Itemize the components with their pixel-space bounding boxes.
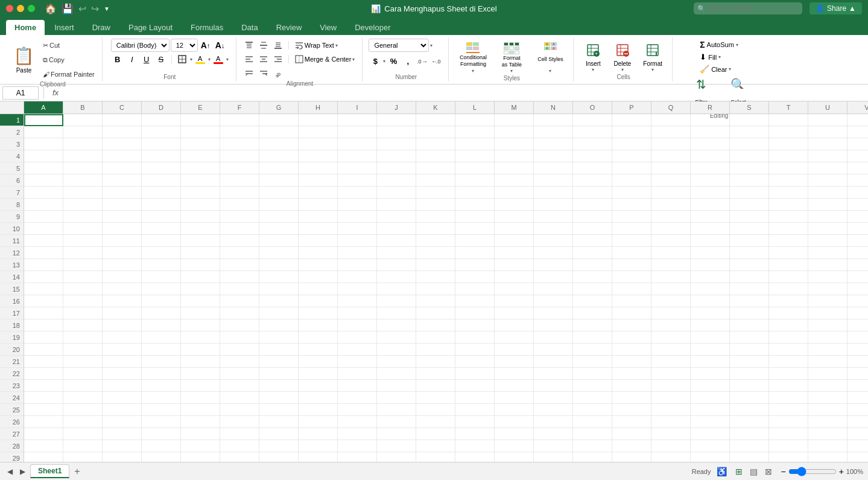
cell-H20[interactable] — [299, 344, 338, 356]
cell-O25[interactable] — [573, 404, 612, 416]
cell-V24[interactable] — [847, 392, 868, 404]
cell-P6[interactable] — [612, 174, 651, 187]
cell-N3[interactable] — [534, 138, 573, 150]
cell-G16[interactable] — [259, 295, 299, 307]
cell-L19[interactable] — [455, 331, 495, 344]
cell-I14[interactable] — [338, 271, 377, 283]
row-number-8[interactable]: 8 — [0, 199, 24, 211]
cell-R2[interactable] — [691, 126, 730, 138]
cell-T13[interactable] — [769, 259, 808, 271]
cell-P1[interactable] — [612, 114, 651, 126]
cell-H14[interactable] — [299, 271, 338, 283]
cell-C23[interactable] — [103, 380, 142, 392]
cell-U25[interactable] — [808, 404, 847, 416]
cell-N29[interactable] — [534, 452, 573, 462]
formula-input[interactable] — [65, 89, 866, 97]
cell-P24[interactable] — [612, 392, 651, 404]
cell-R25[interactable] — [691, 404, 730, 416]
cell-P12[interactable] — [612, 247, 651, 259]
cell-V15[interactable] — [847, 283, 868, 295]
cell-F15[interactable] — [220, 283, 259, 295]
cell-L6[interactable] — [455, 174, 495, 187]
cell-Q21[interactable] — [651, 356, 691, 368]
cell-Q18[interactable] — [651, 319, 691, 331]
cell-F9[interactable] — [220, 211, 259, 223]
cell-R5[interactable] — [691, 162, 730, 174]
col-header-V[interactable]: V — [847, 101, 868, 114]
cell-N1[interactable] — [534, 114, 573, 126]
cell-C20[interactable] — [103, 344, 142, 356]
row-number-10[interactable]: 10 — [0, 223, 24, 235]
cell-R24[interactable] — [691, 392, 730, 404]
cell-I21[interactable] — [338, 356, 377, 368]
cell-N22[interactable] — [534, 368, 573, 380]
cell-B1[interactable] — [63, 114, 103, 126]
cell-C5[interactable] — [103, 162, 142, 174]
cell-Q11[interactable] — [651, 235, 691, 247]
cell-K1[interactable] — [416, 114, 455, 126]
font-name-dropdown[interactable]: Calibri (Body) — [111, 39, 169, 52]
cell-G4[interactable] — [259, 150, 299, 162]
cell-E12[interactable] — [181, 247, 220, 259]
cell-K8[interactable] — [416, 199, 455, 211]
cell-R20[interactable] — [691, 344, 730, 356]
cell-A23[interactable] — [24, 380, 63, 392]
cell-G2[interactable] — [259, 126, 299, 138]
cell-H18[interactable] — [299, 319, 338, 331]
cell-E20[interactable] — [181, 344, 220, 356]
cell-L10[interactable] — [455, 223, 495, 235]
cell-M17[interactable] — [495, 307, 534, 319]
cell-U29[interactable] — [808, 452, 847, 462]
cell-F19[interactable] — [220, 331, 259, 344]
cell-R16[interactable] — [691, 295, 730, 307]
cell-J14[interactable] — [377, 271, 416, 283]
cell-C4[interactable] — [103, 150, 142, 162]
decrease-decimal-button[interactable]: ←.0 — [430, 54, 443, 68]
cell-D25[interactable] — [142, 404, 181, 416]
cell-K10[interactable] — [416, 223, 455, 235]
row-number-28[interactable]: 28 — [0, 440, 24, 452]
cell-E7[interactable] — [181, 187, 220, 199]
row-number-18[interactable]: 18 — [0, 319, 24, 331]
cell-G17[interactable] — [259, 307, 299, 319]
cell-P8[interactable] — [612, 199, 651, 211]
cell-T28[interactable] — [769, 440, 808, 452]
cell-T27[interactable] — [769, 428, 808, 440]
cell-T23[interactable] — [769, 380, 808, 392]
cell-M18[interactable] — [495, 319, 534, 331]
tab-review[interactable]: Review — [268, 20, 311, 35]
cell-B27[interactable] — [63, 428, 103, 440]
cell-J24[interactable] — [377, 392, 416, 404]
minimize-button[interactable] — [17, 5, 24, 12]
cell-G12[interactable] — [259, 247, 299, 259]
cell-R12[interactable] — [691, 247, 730, 259]
cell-T25[interactable] — [769, 404, 808, 416]
cell-M16[interactable] — [495, 295, 534, 307]
increase-indent-button[interactable] — [257, 67, 270, 80]
cell-H19[interactable] — [299, 331, 338, 344]
cell-N23[interactable] — [534, 380, 573, 392]
cell-V11[interactable] — [847, 235, 868, 247]
cell-O20[interactable] — [573, 344, 612, 356]
col-header-U[interactable]: U — [808, 101, 847, 114]
cell-I11[interactable] — [338, 235, 377, 247]
cell-O2[interactable] — [573, 126, 612, 138]
cell-M10[interactable] — [495, 223, 534, 235]
fill-color-button[interactable]: A — [194, 53, 207, 66]
cell-A15[interactable] — [24, 283, 63, 295]
cell-S12[interactable] — [730, 247, 769, 259]
cell-D8[interactable] — [142, 199, 181, 211]
cell-I22[interactable] — [338, 368, 377, 380]
cell-O16[interactable] — [573, 295, 612, 307]
underline-button[interactable]: U — [140, 53, 153, 66]
cell-B17[interactable] — [63, 307, 103, 319]
cell-U12[interactable] — [808, 247, 847, 259]
cell-J6[interactable] — [377, 174, 416, 187]
cell-K13[interactable] — [416, 259, 455, 271]
cell-U4[interactable] — [808, 150, 847, 162]
cell-F20[interactable] — [220, 344, 259, 356]
cell-M29[interactable] — [495, 452, 534, 462]
cell-K6[interactable] — [416, 174, 455, 187]
col-header-S[interactable]: S — [730, 101, 769, 114]
cell-C17[interactable] — [103, 307, 142, 319]
